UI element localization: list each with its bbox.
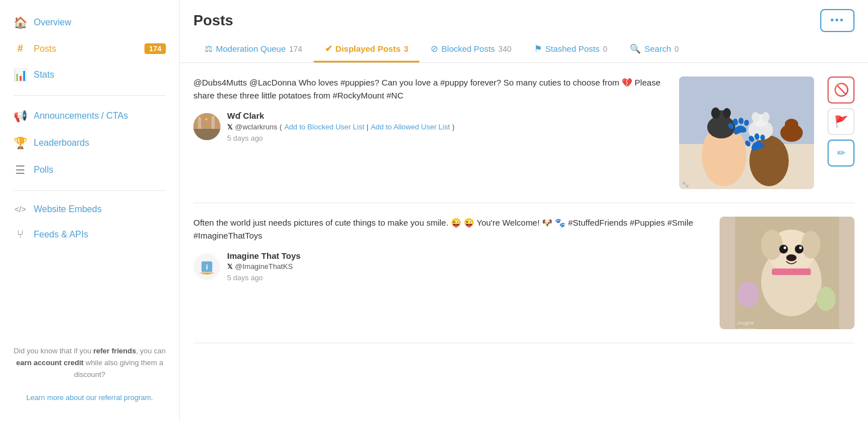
sidebar-item-posts[interactable]: # Posts 174 [0,36,179,61]
hash-icon: # [13,43,27,55]
post-time-2: 5 days ago [227,273,301,282]
post-item-2: Often the world just needs pictures of c… [193,203,855,343]
svg-text:🐾: 🐾 [682,181,689,188]
add-blocked-link-1[interactable]: Add to Blocked User List [284,123,364,131]
svg-point-19 [762,112,770,122]
author-info-1: Wɗ Clark 𝕏 @wclarkruns ( Add to Blocked … [227,111,455,142]
polls-icon: ☰ [13,163,27,177]
post-image-1: 🐾 [679,77,814,189]
svg-point-7 [212,116,214,118]
svg-point-21 [785,119,798,130]
author-name-2: Imagine That Toys [227,251,301,261]
search-tab-icon: 🔍 [630,43,641,54]
svg-point-39 [816,287,835,311]
more-options-button[interactable]: ••• [820,9,855,32]
svg-text:i: i [206,262,208,271]
tab-blocked-label: Blocked Posts [441,44,495,53]
post-image-2: imagine THAT TOYS [720,217,855,329]
svg-point-14 [711,107,720,119]
tab-displayed-label: Displayed Posts [336,44,401,53]
svg-rect-2 [198,119,201,129]
announcements-icon: 📢 [13,109,27,123]
post-text-2: Often the world just needs pictures of c… [193,217,711,242]
referral-program-link[interactable]: Learn more about our referral program. [26,393,153,402]
sidebar-item-overview[interactable]: 🏠 Overview [0,9,179,36]
blocked-icon: ⊘ [431,43,438,54]
tab-displayed-count: 3 [404,44,409,53]
paren-open-1: ( [279,123,282,131]
displayed-check-icon: ✔ [325,43,332,54]
sidebar-item-announcements[interactable]: 📢 Announcements / CTAs [0,102,179,129]
svg-point-38 [738,281,759,307]
tab-blocked[interactable]: ⊘ Blocked Posts 340 [419,37,522,62]
edit-post-button-1[interactable]: ✏ [828,140,855,167]
sidebar: 🏠 Overview # Posts 174 📊 Stats 📢 Announc… [0,0,180,422]
sidebar-label-polls: Polls [34,165,53,175]
author-handle-2: 𝕏 @ImagineThatKS [227,262,301,271]
svg-rect-9 [679,144,814,189]
tab-displayed[interactable]: ✔ Displayed Posts 3 [314,37,420,62]
svg-rect-1 [193,129,220,140]
sidebar-label-posts: Posts [34,44,56,54]
tab-search-label: Search [644,44,671,53]
svg-rect-3 [205,120,208,129]
x-icon-1: 𝕏 [227,123,233,131]
sidebar-item-polls[interactable]: ☰ Polls [0,156,179,183]
tab-moderation-label: Moderation Queue [216,44,286,53]
handle-text-2: @ImagineThatKS [235,262,293,271]
tab-search[interactable]: 🔍 Search 0 [618,37,690,62]
sidebar-label-leaderboards: Leaderboards [34,138,89,148]
earn-credit-link[interactable]: earn account credit [16,358,84,367]
posts-area: @Dubs4Mutts @LacDonna Who loves #puppies… [180,63,868,422]
footer-text-3: while also giving them a discount? [74,358,164,379]
moderation-icon: ⚖ [205,43,213,54]
edit-icon-1: ✏ [837,147,846,159]
separator-1: | [367,123,368,131]
paren-close-1: ) [452,123,454,131]
sidebar-item-feeds-apis[interactable]: ⑂ Feeds & APIs [0,221,179,248]
stashed-icon: ⚑ [534,43,542,54]
sidebar-label-announcements: Announcements / CTAs [34,111,128,121]
post-content-2: Often the world just needs pictures of c… [193,217,711,282]
sidebar-label-overview: Overview [34,17,71,28]
svg-point-6 [205,118,207,120]
handle-text-1: @wclarkruns [235,123,277,131]
header: Posts ••• [180,0,868,32]
svg-point-18 [752,112,760,122]
post-actions-1: 🚫 🚩 ✏ [828,77,855,167]
author-handle-1: 𝕏 @wclarkruns ( Add to Blocked User List… [227,123,455,131]
stats-icon: 📊 [13,68,27,82]
leaderboards-icon: 🏆 [13,136,27,150]
sidebar-item-leaderboards[interactable]: 🏆 Leaderboards [0,129,179,156]
block-post-button-1[interactable]: 🚫 [828,77,855,104]
svg-point-17 [753,114,768,127]
svg-point-16 [748,120,773,140]
footer-text-1: Did you know that if you [13,347,93,355]
sidebar-item-stats[interactable]: 📊 Stats [0,61,179,88]
add-allowed-link-1[interactable]: Add to Allowed User List [370,123,450,131]
home-icon: 🏠 [13,16,27,29]
tabs-bar: ⚖ Moderation Queue 174 ✔ Displayed Posts… [180,37,868,63]
svg-point-35 [799,246,802,249]
tab-moderation[interactable]: ⚖ Moderation Queue 174 [193,37,314,62]
svg-point-36 [786,254,796,261]
flag-post-button-1[interactable]: 🚩 [828,108,855,135]
x-icon-2: 𝕏 [227,263,233,271]
svg-point-32 [779,245,788,253]
tab-search-count: 0 [675,44,679,53]
svg-rect-4 [211,118,215,129]
svg-point-33 [795,245,803,253]
sidebar-label-stats: Stats [34,70,54,80]
tab-stashed[interactable]: ⚑ Stashed Posts 0 [523,37,619,62]
svg-point-34 [784,246,786,249]
post-author-1: Wɗ Clark 𝕏 @wclarkruns ( Add to Blocked … [193,111,670,142]
tab-stashed-label: Stashed Posts [545,44,600,53]
footer-text-2: , you can [136,347,166,355]
sidebar-item-website-embeds[interactable]: </> Website Embeds [0,197,179,221]
post-time-1: 5 days ago [227,134,455,142]
post-content-1: @Dubs4Mutts @LacDonna Who loves #puppies… [193,77,670,142]
avatar-2: i [193,253,220,280]
refer-friends-link[interactable]: refer friends [93,347,136,355]
svg-point-15 [723,108,731,118]
page-title: Posts [193,12,233,29]
